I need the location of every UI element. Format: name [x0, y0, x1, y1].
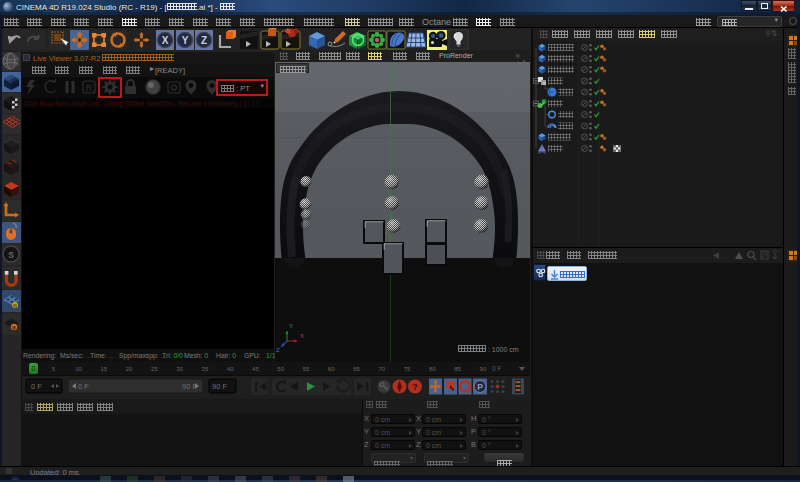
svg-text:Y: Y: [289, 323, 293, 329]
svg-text:P: P: [477, 382, 483, 392]
svg-text:85: 85: [454, 366, 461, 372]
svg-text:Z: Z: [276, 347, 280, 353]
svg-text:5: 5: [52, 366, 56, 372]
svg-text:40: 40: [227, 366, 234, 372]
svg-text:0 F: 0 F: [492, 365, 501, 372]
svg-text:60: 60: [328, 366, 335, 372]
svg-text:90 F: 90 F: [212, 382, 227, 391]
svg-text:50: 50: [277, 366, 284, 372]
svg-text:30: 30: [176, 366, 183, 372]
svg-text:S: S: [8, 250, 14, 260]
svg-text:?: ?: [412, 382, 418, 392]
svg-text:R: R: [86, 83, 93, 93]
svg-text:X: X: [300, 333, 304, 339]
svg-text:Z: Z: [201, 35, 207, 46]
svg-text:Y: Y: [182, 35, 189, 46]
svg-text:90: 90: [480, 366, 487, 372]
svg-text:0 F: 0 F: [31, 382, 42, 391]
svg-text:25: 25: [151, 366, 158, 372]
svg-text:15: 15: [100, 366, 107, 372]
svg-text:X: X: [162, 35, 169, 46]
svg-text:80: 80: [429, 366, 436, 372]
svg-text:75: 75: [404, 366, 411, 372]
svg-text:10: 10: [75, 366, 82, 372]
svg-text:20: 20: [126, 366, 133, 372]
svg-text:0 F: 0 F: [78, 382, 89, 391]
svg-text:70: 70: [378, 366, 385, 372]
svg-text:45: 45: [252, 366, 259, 372]
svg-text:65: 65: [353, 366, 360, 372]
svg-text:55: 55: [303, 366, 310, 372]
svg-text:35: 35: [202, 366, 209, 372]
